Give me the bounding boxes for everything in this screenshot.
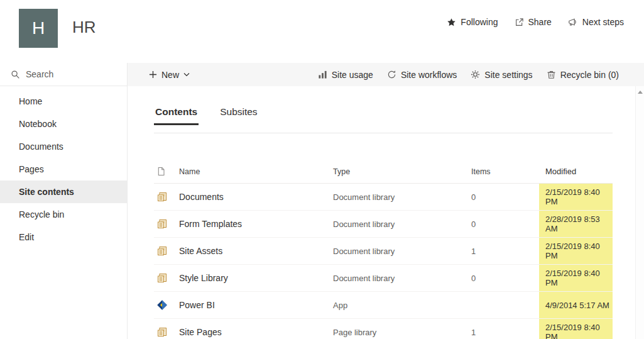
content-tabs: Contents Subsites	[154, 106, 613, 125]
site-settings-label: Site settings	[484, 70, 532, 80]
column-header-name[interactable]: Name	[179, 167, 333, 176]
sidebar-item-documents[interactable]: Documents	[0, 135, 127, 158]
item-name-link[interactable]: Site Pages	[179, 327, 333, 337]
document-library-icon	[156, 326, 168, 338]
contents-table: Name Type Items Modified Documents Docum…	[154, 160, 613, 339]
sync-icon	[387, 70, 396, 79]
share-button[interactable]: Share	[515, 17, 552, 27]
vertical-scrollbar[interactable]	[635, 86, 644, 339]
item-name-link[interactable]: Power BI	[179, 300, 333, 310]
plus-icon	[149, 70, 157, 79]
site-settings-button[interactable]: Site settings	[471, 63, 532, 86]
scroll-up-icon[interactable]	[638, 91, 643, 94]
item-name-link[interactable]: Site Assets	[179, 246, 333, 256]
site-workflows-label: Site workflows	[401, 70, 457, 80]
site-usage-label: Site usage	[332, 70, 373, 80]
item-type: Document library	[333, 220, 471, 229]
item-modified: 2/15/2019 8:40 PM	[539, 238, 613, 264]
sharepoint-site-contents-page: H HR Following Share Next steps Home	[0, 0, 644, 339]
search-input[interactable]	[26, 69, 114, 79]
sidebar: Home Notebook Documents Pages Site conte…	[0, 63, 128, 339]
sidebar-item-edit[interactable]: Edit	[0, 226, 127, 248]
site-logo-letter: H	[32, 18, 45, 38]
item-name-link[interactable]: Form Templates	[179, 219, 333, 229]
site-title: HR	[72, 18, 96, 37]
document-library-icon	[156, 245, 168, 257]
table-row[interactable]: Form Templates Document library 0 2/28/2…	[154, 211, 613, 238]
recycle-bin-button[interactable]: Recycle bin (0)	[547, 63, 619, 86]
site-header: H HR Following Share Next steps	[0, 0, 644, 63]
share-icon	[515, 18, 524, 27]
item-modified: 4/9/2014 5:17 AM	[539, 292, 613, 318]
chevron-down-icon	[183, 72, 190, 77]
item-modified: 2/28/2019 8:53 AM	[539, 211, 613, 237]
next-steps-label: Next steps	[582, 17, 624, 27]
sidebar-item-site-contents[interactable]: Site contents	[0, 181, 127, 203]
search-box[interactable]	[0, 63, 127, 86]
item-type: Document library	[333, 247, 471, 256]
search-icon	[11, 70, 20, 79]
main-content: Contents Subsites Name Type Items Modifi…	[128, 86, 644, 339]
file-type-column	[154, 167, 179, 176]
star-icon	[447, 18, 456, 27]
site-workflows-button[interactable]: Site workflows	[387, 63, 457, 86]
table-row[interactable]: Documents Document library 0 2/15/2019 8…	[154, 184, 613, 211]
new-label: New	[161, 70, 179, 80]
sidebar-item-home[interactable]: Home	[0, 90, 127, 113]
item-type: App	[333, 301, 471, 310]
sidebar-item-notebook[interactable]: Notebook	[0, 113, 127, 135]
sidebar-item-recycle-bin[interactable]: Recycle bin	[0, 203, 127, 226]
command-bar: New Site usage Site workflows Site setti…	[128, 63, 644, 86]
document-library-icon	[156, 272, 168, 284]
tabs-divider	[154, 133, 613, 133]
megaphone-icon	[568, 17, 578, 27]
column-header-modified[interactable]: Modified	[539, 167, 613, 176]
item-modified: 2/15/2019 8:40 PM	[539, 265, 613, 291]
column-header-type[interactable]: Type	[333, 167, 471, 176]
item-type: Page library	[333, 328, 471, 337]
header-actions: Following Share Next steps	[447, 17, 624, 27]
sidebar-item-pages[interactable]: Pages	[0, 158, 127, 181]
item-count: 0	[471, 220, 545, 229]
table-row[interactable]: Style Library Document library 0 2/15/20…	[154, 265, 613, 292]
item-count: 0	[471, 192, 545, 202]
item-count: 1	[471, 328, 545, 337]
column-header-items[interactable]: Items	[471, 167, 545, 176]
command-bar-right: Site usage Site workflows Site settings …	[318, 63, 619, 86]
page-icon	[156, 167, 166, 176]
trash-icon	[547, 70, 556, 79]
item-modified: 2/15/2019 8:40 PM	[539, 184, 613, 210]
site-logo[interactable]: H	[19, 9, 58, 48]
item-type: Document library	[333, 192, 471, 202]
chart-icon	[318, 70, 327, 79]
site-usage-button[interactable]: Site usage	[318, 63, 373, 86]
share-label: Share	[528, 17, 552, 27]
recycle-bin-label: Recycle bin (0)	[560, 70, 619, 80]
power-bi-icon	[156, 299, 168, 311]
table-header: Name Type Items Modified	[154, 160, 613, 184]
document-library-icon	[156, 218, 168, 230]
following-label: Following	[461, 17, 498, 27]
item-count: 1	[471, 247, 545, 256]
document-library-icon	[156, 191, 168, 203]
item-type: Document library	[333, 274, 471, 283]
new-button[interactable]: New	[149, 63, 190, 86]
following-button[interactable]: Following	[447, 17, 498, 27]
next-steps-button[interactable]: Next steps	[568, 17, 624, 27]
item-modified: 2/15/2019 8:40 PM	[539, 319, 613, 339]
table-row[interactable]: Power BI App 4/9/2014 5:17 AM	[154, 292, 613, 319]
gear-icon	[471, 70, 480, 79]
tab-contents[interactable]: Contents	[154, 106, 199, 125]
item-count: 0	[471, 274, 545, 283]
tab-subsites[interactable]: Subsites	[219, 106, 258, 125]
item-name-link[interactable]: Documents	[179, 192, 333, 202]
table-row[interactable]: Site Pages Page library 1 2/15/2019 8:40…	[154, 319, 613, 339]
item-name-link[interactable]: Style Library	[179, 273, 333, 283]
table-row[interactable]: Site Assets Document library 1 2/15/2019…	[154, 238, 613, 265]
sidebar-nav: Home Notebook Documents Pages Site conte…	[0, 86, 127, 248]
